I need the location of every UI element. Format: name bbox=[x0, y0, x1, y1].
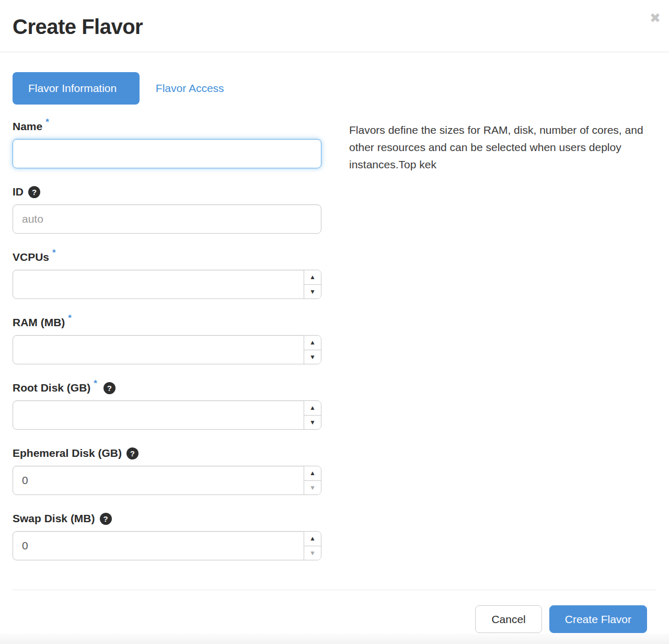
swap-disk-field-group: Swap Disk (MB) ? ▲ ▼ bbox=[13, 511, 321, 560]
name-field-group: Name * bbox=[13, 119, 321, 168]
root-disk-spinner: ▲ ▼ bbox=[304, 401, 321, 429]
modal-columns: Name * ID ? VCPUs bbox=[13, 119, 656, 577]
id-label-text: ID bbox=[13, 186, 24, 198]
required-asterisk: * bbox=[45, 117, 49, 128]
ram-label: RAM (MB) * bbox=[13, 315, 321, 330]
root-disk-spin-down-icon[interactable]: ▼ bbox=[304, 416, 321, 430]
required-asterisk: * bbox=[52, 248, 56, 258]
vcpus-label: VCPUs * bbox=[13, 250, 321, 264]
root-disk-label-text: Root Disk (GB) bbox=[13, 382, 90, 394]
tab-flavor-information-label: Flavor Information bbox=[28, 72, 117, 105]
help-icon[interactable]: ? bbox=[100, 513, 112, 525]
close-icon[interactable]: ✖ bbox=[650, 12, 661, 25]
ram-spin-up-icon[interactable]: ▲ bbox=[304, 336, 321, 350]
required-asterisk: * bbox=[94, 378, 97, 389]
root-disk-input[interactable] bbox=[13, 401, 304, 429]
modal-footer: Cancel Create Flavor bbox=[13, 590, 656, 633]
description-column: Flavors define the sizes for RAM, disk, … bbox=[321, 119, 656, 577]
required-asterisk: * bbox=[120, 67, 124, 77]
cancel-button[interactable]: Cancel bbox=[475, 605, 541, 633]
help-icon[interactable]: ? bbox=[126, 447, 139, 459]
vcpus-input[interactable] bbox=[13, 270, 304, 298]
swap-disk-spin-up-icon[interactable]: ▲ bbox=[304, 532, 321, 546]
flavor-description-text: Flavors define the sizes for RAM, disk, … bbox=[349, 121, 656, 173]
vcpus-number-field: ▲ ▼ bbox=[13, 270, 321, 299]
ram-input[interactable] bbox=[13, 336, 304, 364]
name-label: Name * bbox=[13, 119, 321, 134]
required-asterisk: * bbox=[68, 313, 72, 324]
root-disk-spin-up-icon[interactable]: ▲ bbox=[304, 401, 321, 416]
root-disk-label: Root Disk (GB) * ? bbox=[13, 381, 321, 395]
swap-disk-spinner: ▲ ▼ bbox=[304, 532, 321, 560]
ephemeral-disk-number-field: ▲ ▼ bbox=[13, 466, 321, 495]
modal-body: Flavor Information * Flavor Access Name … bbox=[0, 52, 669, 633]
ram-field-group: RAM (MB) * ▲ ▼ bbox=[13, 315, 321, 364]
ram-number-field: ▲ ▼ bbox=[13, 335, 321, 364]
page-background-strip bbox=[0, 634, 669, 644]
vcpus-spin-down-icon[interactable]: ▼ bbox=[304, 285, 321, 299]
vcpus-label-text: VCPUs bbox=[13, 251, 49, 263]
modal-header: Create Flavor ✖ bbox=[0, 0, 669, 52]
tab-flavor-information[interactable]: Flavor Information * bbox=[13, 72, 140, 105]
tab-flavor-access[interactable]: Flavor Access bbox=[156, 82, 224, 95]
root-disk-number-field: ▲ ▼ bbox=[13, 400, 321, 430]
swap-disk-spin-down-icon[interactable]: ▼ bbox=[304, 546, 321, 560]
ephemeral-disk-label-text: Ephemeral Disk (GB) bbox=[13, 447, 122, 459]
create-flavor-modal: Create Flavor ✖ Flavor Information * Fla… bbox=[0, 0, 669, 634]
ephemeral-disk-input[interactable] bbox=[13, 466, 304, 494]
ephemeral-disk-spinner: ▲ ▼ bbox=[304, 466, 321, 494]
ephemeral-disk-spin-up-icon[interactable]: ▲ bbox=[304, 466, 321, 481]
ram-spinner: ▲ ▼ bbox=[304, 336, 321, 364]
swap-disk-input[interactable] bbox=[13, 532, 304, 560]
root-disk-field-group: Root Disk (GB) * ? ▲ ▼ bbox=[13, 381, 321, 430]
swap-disk-label-text: Swap Disk (MB) bbox=[13, 512, 95, 525]
swap-disk-number-field: ▲ ▼ bbox=[13, 531, 321, 560]
ephemeral-disk-spin-down-icon[interactable]: ▼ bbox=[304, 481, 321, 495]
id-label: ID ? bbox=[13, 185, 321, 199]
help-icon[interactable]: ? bbox=[103, 382, 116, 394]
tab-bar: Flavor Information * Flavor Access bbox=[13, 72, 656, 105]
modal-title: Create Flavor bbox=[13, 13, 656, 41]
vcpus-spinner: ▲ ▼ bbox=[304, 270, 321, 298]
vcpus-field-group: VCPUs * ▲ ▼ bbox=[13, 250, 321, 299]
ephemeral-disk-field-group: Ephemeral Disk (GB) ? ▲ ▼ bbox=[13, 446, 321, 495]
create-flavor-button[interactable]: Create Flavor bbox=[549, 605, 647, 633]
ram-label-text: RAM (MB) bbox=[13, 316, 65, 329]
vcpus-spin-up-icon[interactable]: ▲ bbox=[304, 270, 321, 285]
help-icon[interactable]: ? bbox=[28, 186, 40, 198]
id-input[interactable] bbox=[13, 204, 321, 234]
swap-disk-label: Swap Disk (MB) ? bbox=[13, 511, 321, 526]
ephemeral-disk-label: Ephemeral Disk (GB) ? bbox=[13, 446, 321, 461]
name-label-text: Name bbox=[13, 120, 42, 133]
flavor-form: Name * ID ? VCPUs bbox=[13, 119, 321, 577]
id-field-group: ID ? bbox=[13, 185, 321, 234]
name-input[interactable] bbox=[13, 139, 321, 168]
ram-spin-down-icon[interactable]: ▼ bbox=[304, 350, 321, 364]
